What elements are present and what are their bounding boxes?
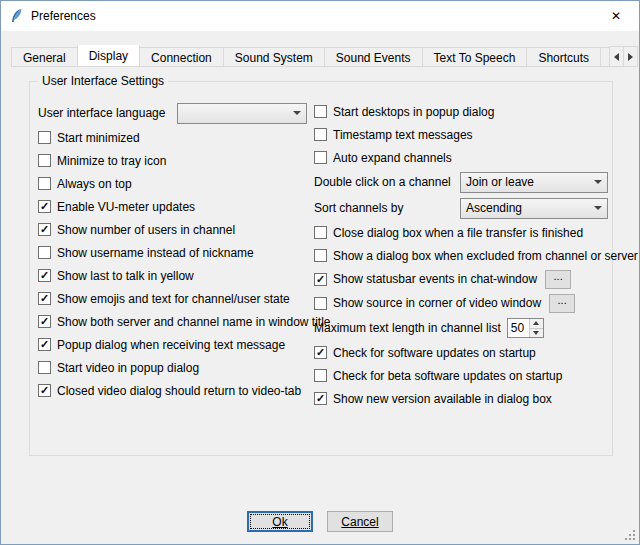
video-source-more-button[interactable]: ... [549, 294, 575, 313]
ok-button[interactable]: Ok [247, 511, 313, 532]
checkbox-new-version-dialog[interactable]: ✓ Show new version available in dialog b… [314, 387, 608, 410]
checkbox-statusbar-events[interactable]: ✓ Show statusbar events in chat-window .… [314, 267, 608, 291]
checkbox-always-on-top[interactable]: Always on top [38, 172, 310, 195]
double-click-select[interactable]: Join or leave [460, 172, 608, 193]
checkbox-closed-video-return-tab[interactable]: ✓ Closed video dialog should return to v… [38, 379, 310, 402]
checkbox-popup-on-text-message[interactable]: ✓ Popup dialog when receiving text messa… [38, 333, 310, 356]
arrow-left-icon [614, 53, 619, 61]
checkbox[interactable] [314, 226, 327, 239]
tab-display[interactable]: Display [77, 45, 140, 67]
checkbox[interactable] [314, 151, 327, 164]
checkbox-server-channel-in-title[interactable]: ✓ Show both server and channel name in w… [38, 310, 310, 333]
checkbox-last-to-talk-yellow[interactable]: ✓ Show last to talk in yellow [38, 264, 310, 287]
checkbox-minimize-to-tray[interactable]: Minimize to tray icon [38, 149, 310, 172]
checkbox[interactable] [38, 246, 51, 259]
checkbox-label: Check for beta software updates on start… [333, 369, 562, 383]
arrow-down-icon [533, 331, 539, 335]
app-feather-icon[interactable] [9, 8, 25, 24]
tab-label: Connection [151, 51, 212, 65]
checkbox[interactable] [38, 177, 51, 190]
checkbox[interactable] [314, 128, 327, 141]
checkbox-label: Show number of users in channel [57, 223, 235, 237]
language-label: User interface language [38, 106, 177, 120]
checkbox-video-source-corner[interactable]: Show source in corner of video window ..… [314, 291, 608, 315]
resize-grip[interactable] [623, 528, 636, 541]
checkbox-label: Show a dialog box when excluded from cha… [333, 249, 638, 263]
tab-text-to-speech[interactable]: Text To Speech [422, 47, 528, 67]
checkbox[interactable] [38, 154, 51, 167]
window-title: Preferences [31, 9, 96, 23]
checkbox[interactable]: ✓ [38, 292, 51, 305]
checkbox-check-updates-startup[interactable]: ✓ Check for software updates on startup [314, 341, 608, 364]
tab-shortcuts[interactable]: Shortcuts [526, 47, 601, 67]
tab-bar: General Display Connection Sound System … [11, 45, 631, 67]
checkbox-label: Close dialog box when a file transfer is… [333, 226, 583, 240]
checkbox-label: Timestamp text messages [333, 128, 473, 142]
checkbox-label: Show last to talk in yellow [57, 269, 194, 283]
cancel-button-label: Cancel [341, 515, 378, 529]
tab-sound-system[interactable]: Sound System [223, 47, 325, 67]
group-title: User Interface Settings [38, 74, 168, 88]
checkbox[interactable]: ✓ [38, 315, 51, 328]
close-button[interactable]: ✕ [593, 1, 639, 31]
checkbox[interactable]: ✓ [38, 338, 51, 351]
checkbox-label: Show both server and channel name in win… [57, 315, 331, 329]
checkbox-check-beta-updates[interactable]: Check for beta software updates on start… [314, 364, 608, 387]
checkbox[interactable] [314, 369, 327, 382]
checkbox[interactable]: ✓ [314, 392, 327, 405]
checkbox[interactable] [38, 361, 51, 374]
checkbox-label: Auto expand channels [333, 151, 452, 165]
double-click-label: Double click on a channel [314, 175, 460, 189]
language-select[interactable] [177, 103, 307, 124]
checkbox-auto-expand-channels[interactable]: Auto expand channels [314, 146, 608, 169]
checkbox-label: Closed video dialog should return to vid… [57, 384, 301, 398]
checkbox-video-popup-dialog[interactable]: Start video in popup dialog [38, 356, 310, 379]
arrow-right-icon [628, 53, 633, 61]
sort-channels-select[interactable]: Ascending [460, 198, 608, 219]
dialog-buttons: Ok Cancel [1, 511, 639, 532]
cancel-button[interactable]: Cancel [327, 511, 393, 532]
tab-connection[interactable]: Connection [139, 47, 224, 67]
tab-scroll-left-button[interactable] [609, 46, 624, 67]
tab-scroll-right-button[interactable] [623, 46, 638, 67]
spinner-value[interactable]: 50 [508, 319, 529, 337]
checkbox[interactable] [314, 249, 327, 262]
tab-label: Text To Speech [434, 51, 516, 65]
checkbox[interactable] [314, 297, 327, 310]
checkbox-timestamp-messages[interactable]: Timestamp text messages [314, 123, 608, 146]
arrow-up-icon [533, 321, 539, 325]
checkbox[interactable]: ✓ [38, 384, 51, 397]
checkbox[interactable]: ✓ [38, 223, 51, 236]
checkbox[interactable]: ✓ [38, 200, 51, 213]
left-column: User interface language Start minimized … [38, 100, 310, 402]
checkbox-label: Enable VU-meter updates [57, 200, 195, 214]
checkbox[interactable] [314, 105, 327, 118]
close-icon: ✕ [611, 9, 621, 23]
checkbox-start-minimized[interactable]: Start minimized [38, 126, 310, 149]
user-interface-settings-group: User Interface Settings User interface l… [29, 81, 613, 456]
tab-scroll-buttons [610, 46, 638, 67]
checkbox-show-user-count[interactable]: ✓ Show number of users in channel [38, 218, 310, 241]
checkbox-dialog-when-excluded[interactable]: Show a dialog box when excluded from cha… [314, 244, 608, 267]
tab-label: Sound Events [336, 51, 411, 65]
checkbox[interactable]: ✓ [314, 346, 327, 359]
checkbox-vu-meter-updates[interactable]: ✓ Enable VU-meter updates [38, 195, 310, 218]
checkbox-close-on-transfer-finished[interactable]: Close dialog box when a file transfer is… [314, 221, 608, 244]
checkbox-label: Show statusbar events in chat-window [333, 272, 537, 286]
checkbox-username-instead-nickname[interactable]: Show username instead of nickname [38, 241, 310, 264]
checkbox[interactable] [38, 131, 51, 144]
checkbox-emojis-and-text[interactable]: ✓ Show emojis and text for channel/user … [38, 287, 310, 310]
checkbox[interactable]: ✓ [38, 269, 51, 282]
tab-general[interactable]: General [11, 47, 78, 67]
statusbar-events-more-button[interactable]: ... [545, 270, 571, 289]
checkbox-desktops-popup[interactable]: Start desktops in popup dialog [314, 100, 608, 123]
spinner-up-button[interactable] [530, 319, 543, 329]
spinner-down-button[interactable] [530, 329, 543, 338]
spinner-buttons [529, 319, 543, 337]
checkbox-label: Show source in corner of video window [333, 296, 541, 310]
sort-channels-row: Sort channels by Ascending [314, 195, 608, 221]
checkbox-label: Show emojis and text for channel/user st… [57, 292, 290, 306]
combo-value: Ascending [466, 201, 589, 215]
tab-sound-events[interactable]: Sound Events [324, 47, 423, 67]
checkbox[interactable]: ✓ [314, 273, 327, 286]
